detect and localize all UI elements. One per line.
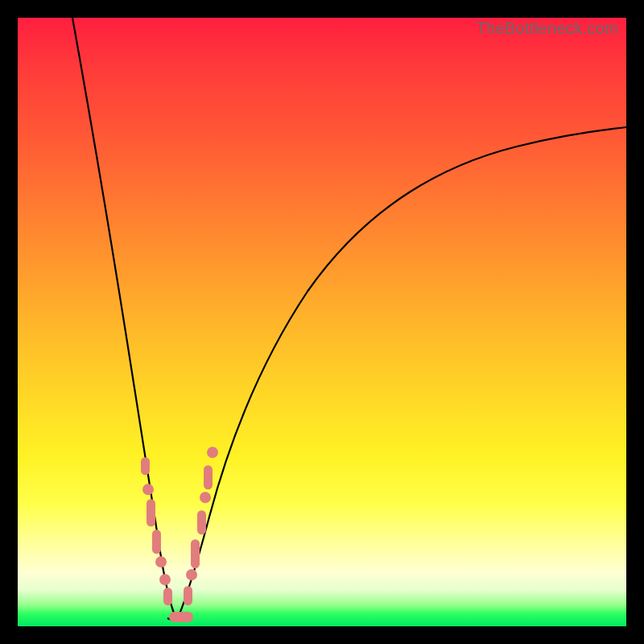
svg-point-9 <box>186 569 197 580</box>
bottleneck-curve <box>18 18 626 626</box>
svg-point-4 <box>155 556 167 568</box>
svg-point-1 <box>142 484 154 495</box>
svg-rect-3 <box>152 530 161 554</box>
curve-left-branch <box>72 18 177 620</box>
svg-rect-2 <box>147 499 155 526</box>
svg-point-5 <box>159 574 171 585</box>
svg-rect-7 <box>169 612 193 622</box>
svg-point-12 <box>200 492 211 503</box>
watermark-text: TheBottleneck.com <box>477 19 618 38</box>
svg-rect-13 <box>204 465 213 489</box>
marker-group <box>141 447 218 622</box>
svg-rect-0 <box>141 457 150 475</box>
svg-rect-11 <box>197 510 206 535</box>
svg-rect-10 <box>191 539 200 568</box>
svg-rect-6 <box>163 588 172 605</box>
chart-frame: TheBottleneck.com <box>18 18 626 626</box>
svg-rect-8 <box>184 586 192 605</box>
curve-right-branch <box>177 127 626 620</box>
svg-point-14 <box>207 447 218 458</box>
